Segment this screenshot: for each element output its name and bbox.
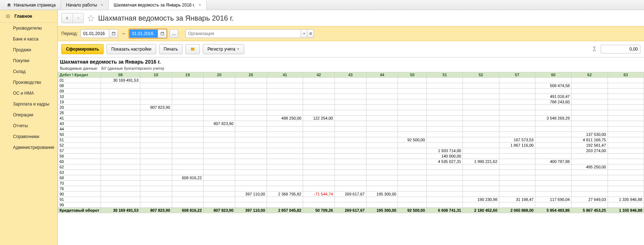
table-cell — [535, 143, 571, 148]
table-cell — [426, 202, 463, 208]
date-from-picker[interactable] — [109, 29, 118, 38]
table-cell — [235, 105, 267, 110]
sum-input[interactable] — [601, 45, 640, 53]
table-cell — [571, 94, 608, 99]
table-cell — [101, 170, 140, 175]
table-row[interactable]: 521 867 116,00192 581,47 — [58, 143, 644, 148]
favorite-icon[interactable] — [87, 14, 95, 22]
sidebar-item[interactable]: Банк и касса — [0, 34, 57, 44]
table-cell — [172, 132, 203, 137]
table-cell — [235, 83, 267, 89]
table-cell — [172, 105, 203, 110]
date-to-picker[interactable] — [158, 29, 167, 38]
table-cell — [608, 116, 644, 121]
table-cell — [426, 121, 463, 126]
sidebar-item[interactable]: Склад — [0, 66, 57, 77]
table-cell — [366, 121, 398, 126]
row-account: 08 — [58, 83, 101, 89]
table-cell: 807 823,90 — [140, 105, 172, 110]
table-cell: 397 110,00 — [235, 192, 267, 197]
tab[interactable]: Шахматная ведомость за Январь 2016 г.× — [109, 0, 207, 10]
table-cell — [398, 126, 426, 132]
table-row[interactable]: 76 — [58, 186, 644, 192]
table-row[interactable]: 20807 823,90 — [58, 105, 644, 110]
table-row[interactable]: 50137 530,00 — [58, 132, 644, 137]
table-cell — [463, 186, 499, 192]
table-cell — [140, 126, 172, 132]
table-cell — [535, 126, 571, 132]
row-account: 60 — [58, 159, 101, 164]
table-row[interactable]: 571 933 714,00203 274,00 — [58, 148, 644, 154]
table-row[interactable]: 68608 816,22 — [58, 175, 644, 181]
date-to-input[interactable] — [129, 29, 158, 38]
close-icon[interactable]: × — [199, 3, 201, 8]
table-row[interactable]: 91190 230,9831 198,47117 690,0427 649,03… — [58, 197, 644, 202]
close-icon[interactable]: × — [101, 3, 103, 8]
sidebar-main[interactable]: Главное — [0, 10, 57, 23]
date-from-input[interactable] — [80, 29, 109, 38]
sidebar-item[interactable]: Продажи — [0, 44, 57, 55]
table-row[interactable]: 5192 500,00167 573,534 811 168,75 — [58, 137, 644, 143]
table-cell — [366, 148, 398, 154]
table-row[interactable]: 44 — [58, 126, 644, 132]
organization-input[interactable] — [185, 29, 301, 38]
table-row[interactable]: 99 — [58, 202, 644, 208]
calendar-icon — [160, 31, 165, 36]
sidebar-item[interactable]: Операции — [0, 109, 57, 120]
sidebar-item[interactable]: Производство — [0, 77, 57, 88]
table-cell — [366, 197, 398, 202]
tab-home-label: Начальная страница — [14, 3, 56, 8]
table-row[interactable]: 43807 823,90 — [58, 121, 644, 126]
table-row[interactable]: 41488 250,00122 254,003 548 269,29 — [58, 116, 644, 121]
table-cell — [366, 105, 398, 110]
sidebar-item[interactable]: Администрирование — [0, 142, 57, 153]
table-cell — [334, 78, 366, 83]
nav-forward-button[interactable] — [73, 13, 83, 23]
form-button[interactable]: Сформировать — [61, 44, 104, 54]
email-button[interactable] — [185, 44, 200, 54]
table-row[interactable]: 63 — [58, 170, 644, 175]
table-row[interactable]: 19788 243,60 — [58, 99, 644, 105]
table-cell — [398, 121, 426, 126]
table-row[interactable]: 10491 018,47 — [58, 94, 644, 99]
table-cell — [172, 181, 203, 186]
table-row[interactable]: 09 — [58, 89, 644, 94]
table-cell — [366, 89, 398, 94]
sidebar-item[interactable]: Руководителю — [0, 23, 57, 34]
show-settings-button[interactable]: Показать настройки — [106, 44, 156, 54]
table-row[interactable]: 26 — [58, 110, 644, 116]
table-row[interactable]: 604 535 027,311 990 221,62400 787,88 — [58, 159, 644, 164]
table-cell — [334, 164, 366, 170]
table-cell — [499, 148, 535, 154]
register-button[interactable]: Регистр учета — [203, 44, 244, 54]
table-cell — [334, 170, 366, 175]
table-cell — [571, 83, 608, 89]
tab-home[interactable]: Начальная страница — [1, 0, 61, 10]
table-row[interactable]: 58140 000,00 — [58, 154, 644, 159]
print-button[interactable]: Печать — [159, 44, 183, 54]
sidebar-item[interactable]: Покупки — [0, 55, 57, 66]
tab[interactable]: Начало работы× — [61, 0, 109, 10]
sidebar-item[interactable]: Справочники — [0, 131, 57, 142]
table-cell — [608, 99, 644, 105]
nav-back-button[interactable] — [62, 13, 73, 23]
sidebar-item[interactable]: Отчеты — [0, 120, 57, 131]
table-cell — [398, 186, 426, 192]
sidebar-item[interactable]: Зарплата и кадры — [0, 99, 57, 109]
table-row[interactable]: 0130 169 491,53 — [58, 78, 644, 83]
table-cell — [499, 110, 535, 116]
organization-dropdown[interactable] — [301, 29, 307, 38]
sidebar-main-label: Главное — [14, 14, 32, 19]
report-table[interactable]: Дебет \ Кредит08101920264142434450515257… — [58, 72, 644, 213]
table-row[interactable]: 90397 110,002 368 795,82-71 544,74269 61… — [58, 192, 644, 197]
table-cell — [366, 143, 398, 148]
table-row[interactable]: 62495 250,00 — [58, 164, 644, 170]
table-row[interactable]: 70 — [58, 181, 644, 186]
table-row[interactable]: 08508 474,58 — [58, 83, 644, 89]
table-cell — [608, 175, 644, 181]
table-cell — [303, 197, 335, 202]
period-select-button[interactable]: ... — [170, 29, 178, 38]
organization-open-button[interactable] — [307, 29, 314, 38]
sidebar-item[interactable]: ОС и НМА — [0, 88, 57, 99]
table-cell — [235, 121, 267, 126]
